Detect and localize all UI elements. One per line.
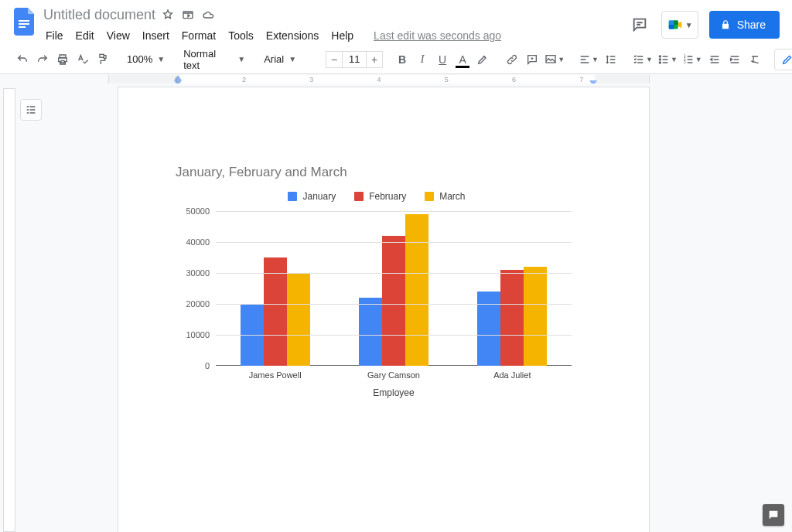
paint-format-icon[interactable] — [93, 49, 113, 70]
ruler-tick: 6 — [512, 76, 516, 84]
clear-format-icon[interactable] — [745, 49, 765, 70]
document-title[interactable]: Untitled document — [40, 7, 155, 23]
share-label: Share — [737, 19, 766, 31]
move-icon[interactable] — [182, 9, 194, 21]
feedback-icon[interactable] — [763, 504, 784, 526]
chart-bar — [382, 236, 405, 366]
svg-point-10 — [659, 59, 661, 60]
indent-increase-icon[interactable] — [725, 49, 745, 70]
chart-bar — [264, 257, 287, 366]
pencil-icon — [781, 53, 792, 66]
numbered-list-icon[interactable]: 123▼ — [680, 49, 705, 70]
toolbar: 100%▼ Normal text▼ Arial▼ − 11 + B I U A… — [0, 45, 792, 74]
ruler-tick: 2 — [242, 76, 246, 84]
highlight-icon[interactable] — [473, 49, 493, 70]
chart-x-axis-label: Employee — [216, 387, 572, 398]
ruler-tick: 5 — [445, 76, 449, 84]
legend-item: March — [425, 191, 465, 202]
chart-x-tick: James Powell — [249, 366, 302, 380]
text-color-button[interactable]: A — [452, 49, 473, 70]
meet-button[interactable]: ▼ — [661, 11, 698, 39]
chart[interactable]: January, February and March JanuaryFebru… — [176, 165, 578, 398]
bulleted-list-icon[interactable]: ▼ — [655, 49, 680, 70]
chart-title: January, February and March — [176, 165, 578, 180]
menu-help[interactable]: Help — [326, 26, 359, 45]
font-value: Arial — [264, 53, 284, 65]
svg-rect-5 — [668, 21, 673, 26]
menu-view[interactable]: View — [101, 26, 135, 45]
zoom-select[interactable]: 100%▼ — [122, 53, 169, 65]
image-icon[interactable]: ▼ — [542, 49, 567, 70]
indent-decrease-icon[interactable] — [705, 49, 725, 70]
chart-bar — [359, 298, 382, 366]
svg-rect-6 — [668, 25, 673, 29]
svg-point-9 — [659, 56, 661, 57]
align-icon[interactable]: ▼ — [576, 49, 601, 70]
chart-y-tick: 20000 — [186, 299, 216, 309]
svg-text:3: 3 — [684, 60, 686, 64]
legend-item: February — [354, 191, 406, 202]
font-size-increase[interactable]: + — [366, 51, 383, 68]
docs-logo[interactable] — [9, 6, 40, 37]
ruler-tick: 3 — [309, 76, 313, 84]
chart-y-tick: 50000 — [186, 206, 216, 216]
vertical-ruler[interactable] — [3, 88, 15, 532]
menu-bar: File Edit View Insert Format Tools Exten… — [40, 26, 629, 45]
italic-button[interactable]: I — [412, 49, 432, 70]
svg-point-11 — [659, 62, 661, 63]
comment-icon[interactable] — [522, 49, 542, 70]
chart-bar — [405, 214, 428, 366]
outline-toggle-icon[interactable] — [20, 99, 42, 121]
font-size-stepper: − 11 + — [326, 51, 383, 68]
paragraph-style-select[interactable]: Normal text▼ — [179, 48, 250, 71]
chart-y-tick: 0 — [205, 361, 216, 370]
svg-rect-7 — [100, 54, 104, 57]
chart-bar — [500, 270, 524, 366]
svg-rect-15 — [773, 513, 773, 515]
legend-item: January — [288, 191, 336, 202]
menu-insert[interactable]: Insert — [137, 26, 175, 45]
chart-legend: JanuaryFebruaryMarch — [176, 191, 578, 202]
editing-mode-button[interactable]: ▼ — [774, 49, 792, 70]
zoom-value: 100% — [127, 53, 152, 65]
chart-y-tick: 10000 — [186, 330, 216, 339]
chart-x-tick: Ada Juliet — [493, 366, 531, 380]
ruler-tick: 4 — [377, 76, 381, 84]
menu-file[interactable]: File — [40, 26, 69, 45]
svg-rect-0 — [19, 20, 29, 22]
svg-rect-1 — [19, 23, 29, 25]
checklist-icon[interactable]: ▼ — [630, 49, 655, 70]
spellcheck-icon[interactable] — [73, 49, 93, 70]
chart-bar — [287, 273, 310, 366]
line-spacing-icon[interactable] — [601, 49, 621, 70]
font-size-value[interactable]: 11 — [343, 51, 366, 68]
menu-format[interactable]: Format — [176, 26, 221, 45]
title-bar: Untitled document File Edit View Insert … — [0, 0, 792, 45]
comments-icon[interactable] — [629, 14, 650, 36]
cloud-icon[interactable] — [202, 9, 214, 21]
font-select[interactable]: Arial▼ — [259, 53, 316, 65]
paragraph-style-value: Normal text — [183, 48, 233, 71]
chart-y-tick: 40000 — [186, 237, 216, 247]
last-edit-link[interactable]: Last edit was seconds ago — [368, 26, 507, 45]
chart-bar — [524, 267, 547, 366]
bold-button[interactable]: B — [392, 49, 412, 70]
underline-button[interactable]: U — [432, 49, 452, 70]
menu-extensions[interactable]: Extensions — [261, 26, 324, 45]
print-icon[interactable] — [53, 49, 73, 70]
redo-icon[interactable] — [32, 49, 53, 70]
chart-y-tick: 30000 — [186, 268, 216, 278]
document-canvas[interactable]: January, February and March JanuaryFebru… — [0, 84, 792, 532]
page[interactable]: January, February and March JanuaryFebru… — [118, 87, 650, 532]
undo-icon[interactable] — [12, 49, 32, 70]
svg-rect-16 — [773, 516, 773, 517]
menu-edit[interactable]: Edit — [70, 26, 100, 45]
chart-bar — [477, 292, 500, 366]
svg-rect-2 — [19, 26, 26, 28]
share-button[interactable]: Share — [709, 11, 780, 39]
font-size-decrease[interactable]: − — [326, 51, 343, 68]
star-icon[interactable] — [162, 9, 174, 21]
chart-plot-area: James PowellGary CamsonAda Juliet 010000… — [216, 211, 572, 366]
menu-tools[interactable]: Tools — [223, 26, 259, 45]
link-icon[interactable] — [502, 49, 522, 70]
